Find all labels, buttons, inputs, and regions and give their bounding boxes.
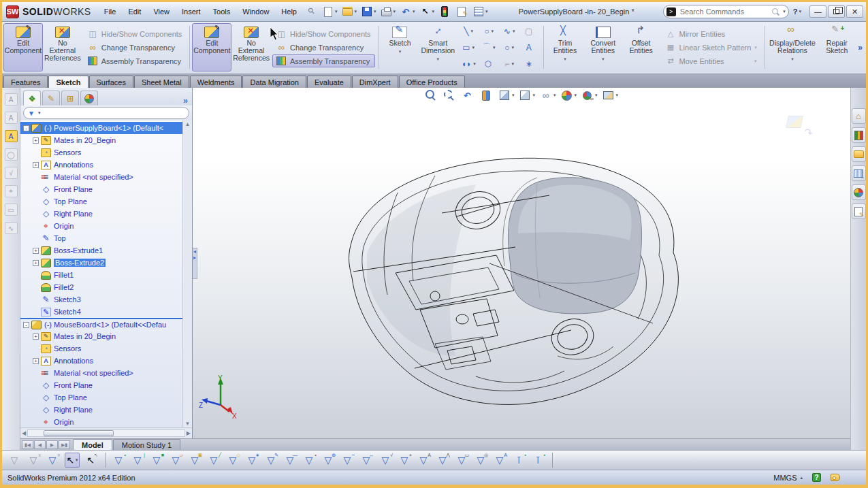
mouse-assembly-model[interactable] bbox=[333, 152, 687, 410]
tab-weldments[interactable]: Weldments bbox=[190, 76, 242, 88]
sketch-button[interactable]: Sketch ▾ bbox=[381, 23, 419, 71]
menu-view[interactable]: View bbox=[147, 5, 176, 18]
tree-item-mates2[interactable]: Mates in 20_Begin bbox=[20, 330, 192, 342]
display-style-icon[interactable]: ▾ bbox=[519, 90, 535, 101]
filter-datums-icon[interactable]: ▽▭ bbox=[455, 453, 470, 468]
tree-item-annotations2[interactable]: Annotations bbox=[20, 355, 192, 367]
balloon-icon[interactable]: ◯ bbox=[5, 148, 18, 161]
tree-item-fillet1[interactable]: Fillet1 bbox=[20, 269, 192, 281]
filter-vertices-icon[interactable]: ▽• bbox=[112, 453, 127, 468]
edit-component-button[interactable]: Edit Component bbox=[3, 23, 43, 71]
datum-feature-icon[interactable]: ▭ bbox=[5, 204, 18, 216]
file-properties-icon[interactable] bbox=[454, 5, 470, 18]
design-library-button[interactable] bbox=[852, 127, 866, 143]
no-external-references-button-2[interactable]: No External References bbox=[231, 23, 271, 71]
scrollbar-thumb[interactable] bbox=[44, 430, 114, 436]
options-icon[interactable]: ▾ bbox=[471, 5, 490, 18]
tree-item-sensors2[interactable]: Sensors bbox=[20, 342, 192, 355]
tree-item-right-plane[interactable]: Right Plane bbox=[20, 208, 192, 220]
tree-item-sketch3[interactable]: Sketch3 bbox=[20, 293, 192, 306]
filter-midpoints-icon[interactable]: ▽• bbox=[302, 453, 317, 468]
jump-to-start-button[interactable]: ▮◀ bbox=[22, 440, 33, 449]
play-button[interactable]: ▶ bbox=[46, 440, 58, 449]
restore-button[interactable] bbox=[828, 5, 845, 18]
trim-entities-button[interactable]: Trim Entities ▾ bbox=[546, 23, 584, 71]
slot-tool-icon[interactable]: ◖◗▾ bbox=[458, 56, 479, 72]
zoom-area-icon[interactable] bbox=[443, 90, 457, 101]
weld-symbol-icon[interactable]: ∿ bbox=[5, 222, 18, 234]
tag-icon[interactable] bbox=[831, 474, 840, 481]
select-tool-button[interactable]: ↖▾ bbox=[65, 453, 80, 468]
filter-geometric-tolerances-icon[interactable]: ▽⌖ bbox=[398, 453, 413, 468]
tree-item-top-plane[interactable]: Top Plane bbox=[20, 195, 192, 208]
select-other-icon[interactable]: ↖↖ bbox=[84, 453, 99, 468]
hide-show-items-icon[interactable]: ▾ bbox=[540, 90, 556, 101]
tree-horizontal-scrollbar[interactable]: ◀ ▶ bbox=[20, 427, 192, 438]
point-tool-icon[interactable]: ∗ bbox=[519, 56, 540, 72]
new-document-icon[interactable]: ▾ bbox=[321, 5, 340, 18]
tree-item-origin[interactable]: Origin bbox=[20, 220, 192, 232]
custom-properties-button[interactable] bbox=[852, 204, 866, 219]
tree-item-sketch4[interactable]: Sketch4 bbox=[20, 306, 192, 318]
search-icon[interactable] bbox=[772, 8, 779, 15]
select-icon[interactable]: ▾ bbox=[418, 5, 437, 18]
tab-dimxpert[interactable]: DimXpert bbox=[352, 76, 398, 88]
tab-features[interactable]: Features bbox=[3, 76, 48, 88]
edit-component-button-2[interactable]: Edit Component bbox=[192, 23, 231, 71]
jump-to-end-button[interactable]: ▶▮ bbox=[59, 440, 70, 449]
linked-note-icon[interactable]: A bbox=[5, 112, 18, 124]
view-orientation-icon[interactable]: ▾ bbox=[498, 90, 515, 101]
filter-blocks-icon[interactable]: ▽A bbox=[493, 453, 508, 468]
offset-entities-button[interactable]: Offset Entities bbox=[622, 23, 660, 71]
filter-solid-bodies-icon[interactable]: ▽▣ bbox=[188, 453, 203, 468]
filter-planes-icon[interactable]: ▽◇ bbox=[226, 453, 241, 468]
tree-item-front-plane2[interactable]: Front Plane bbox=[20, 379, 192, 391]
filter-routing-points-icon[interactable]: ⊺▪ bbox=[531, 453, 546, 468]
smart-dimension-button[interactable]: Smart Dimension ▾ bbox=[419, 23, 457, 71]
tree-filter-input[interactable]: ▼ ▾ bbox=[23, 107, 189, 119]
save-icon[interactable]: ▾ bbox=[359, 5, 379, 18]
menu-insert[interactable]: Insert bbox=[176, 5, 207, 18]
filter-cosmetic-threads-icon[interactable]: ▽◎ bbox=[474, 453, 489, 468]
scroll-up-icon[interactable]: ▲ bbox=[185, 121, 191, 127]
print-icon[interactable]: ▾ bbox=[379, 5, 398, 18]
circle-tool-icon[interactable]: ○▾ bbox=[479, 23, 499, 39]
filter-surface-bodies-icon[interactable]: ▽▱ bbox=[169, 453, 184, 468]
rebuild-icon[interactable] bbox=[437, 5, 453, 18]
scroll-down-icon[interactable]: ▼ bbox=[185, 421, 191, 427]
filter-sketches-icon[interactable]: ▽✎ bbox=[264, 453, 279, 468]
scroll-left-icon[interactable]: ◀ bbox=[22, 430, 26, 436]
undo-icon[interactable]: ▾ bbox=[398, 5, 417, 18]
appearances-scenes-button[interactable] bbox=[852, 184, 866, 200]
change-transparency-button-2[interactable]: Change Transparency bbox=[272, 41, 375, 54]
menu-edit[interactable]: Edit bbox=[122, 5, 147, 18]
assembly-transparency-button-2[interactable]: Assembly Transparency bbox=[272, 54, 375, 67]
search-caret-icon[interactable]: ▾ bbox=[783, 9, 786, 14]
tree-vertical-scrollbar[interactable]: ▲ ▼ bbox=[182, 120, 192, 427]
note-icon[interactable]: A bbox=[5, 93, 18, 105]
tab-office-products[interactable]: Office Products bbox=[399, 76, 465, 88]
tab-surfaces[interactable]: Surfaces bbox=[89, 76, 133, 88]
previous-view-icon[interactable] bbox=[462, 90, 475, 101]
repair-sketch-button[interactable]: Repair Sketch bbox=[818, 23, 856, 71]
tree-item-annotations[interactable]: Annotations bbox=[20, 159, 192, 171]
tree-item-material2[interactable]: Material <not specified> bbox=[20, 367, 192, 379]
filter-faces-icon[interactable]: ▽■ bbox=[150, 453, 165, 468]
configurationmanager-tab[interactable] bbox=[61, 91, 79, 105]
menu-pin-icon[interactable] bbox=[308, 7, 315, 16]
filter-notes-icon[interactable]: ▽A bbox=[417, 453, 432, 468]
open-icon[interactable]: ▾ bbox=[340, 5, 359, 18]
file-explorer-button[interactable] bbox=[852, 146, 866, 162]
propertymanager-tab[interactable] bbox=[42, 91, 60, 105]
tree-item-boss-extrude1[interactable]: Boss-Extrude1 bbox=[20, 244, 192, 257]
menu-help[interactable]: Help bbox=[275, 5, 303, 18]
filter-edges-icon[interactable]: ▽| bbox=[131, 453, 146, 468]
line-tool-icon[interactable]: ╲▾ bbox=[458, 23, 479, 39]
search-commands-input[interactable] bbox=[679, 7, 769, 16]
hide-show-components-button[interactable]: Hide/Show Components bbox=[84, 27, 187, 40]
geometric-tolerance-icon[interactable]: ⌖ bbox=[5, 185, 18, 197]
mirror-entities-button[interactable]: Mirror Entities bbox=[662, 27, 761, 40]
polygon-tool-icon[interactable]: ⬡ bbox=[479, 56, 499, 72]
linear-sketch-pattern-button[interactable]: Linear Sketch Pattern ▾ bbox=[662, 41, 761, 54]
featuremanager-tab[interactable] bbox=[23, 91, 41, 105]
